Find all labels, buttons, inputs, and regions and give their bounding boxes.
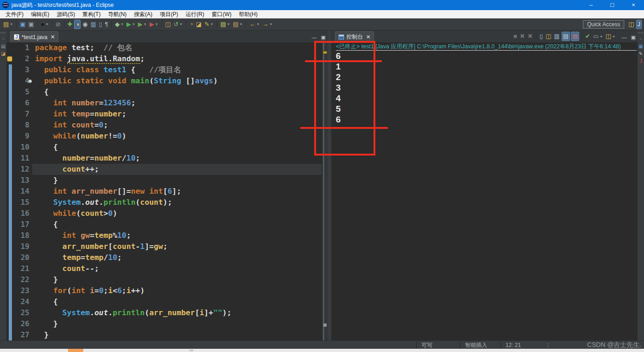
problems-icon[interactable]: J (640, 58, 642, 65)
code-line[interactable]: while(number!=0) (32, 131, 322, 142)
dropdown-arrow-icon[interactable]: ▼ (121, 23, 124, 26)
save-icon[interactable]: ▣ (19, 20, 26, 29)
dropdown-arrow-icon[interactable]: ▼ (227, 23, 230, 26)
maximize-console-icon[interactable]: ▣ (631, 34, 636, 40)
debug-icon[interactable]: ▶▼ (137, 20, 148, 29)
code-line[interactable]: package test; // 包名 (32, 42, 322, 53)
open-type-icon[interactable]: ◉ (81, 20, 88, 29)
maximize-editor-icon[interactable]: ▣ (321, 34, 326, 40)
scroll-lock-icon[interactable]: ◫ (545, 32, 552, 41)
code-line[interactable]: public static void main(String []avgs) (32, 75, 322, 87)
dropdown-arrow-icon[interactable]: ▼ (269, 23, 272, 26)
editor-body[interactable]: 1234567891011121314151617181920212223242… (6, 42, 328, 340)
menu-item[interactable]: 源码(S) (53, 10, 79, 18)
code-line[interactable]: } (32, 329, 322, 340)
code-line[interactable]: { (32, 142, 322, 153)
restore-view-icon[interactable]: ▫ (640, 36, 642, 43)
view-list-icon[interactable]: ▤ (1, 43, 5, 51)
dropdown-arrow-icon[interactable]: ▼ (10, 23, 13, 26)
code-line[interactable]: } (32, 318, 322, 329)
code-line[interactable]: } (32, 175, 322, 186)
dropdown-arrow-icon[interactable]: ▼ (144, 23, 147, 26)
type-hierarchy-icon[interactable]: ▤▼ (232, 20, 243, 29)
code-line[interactable]: } (32, 274, 322, 285)
code-line[interactable]: number=number/10; (32, 153, 322, 164)
code-line[interactable]: while(count>0) (32, 208, 322, 219)
close-tab-icon[interactable]: ✕ (51, 34, 55, 40)
menu-item[interactable]: 帮助(H) (235, 10, 261, 18)
coverage-icon[interactable]: ▶▼ (149, 20, 159, 29)
menu-item[interactable]: 项目(P) (156, 10, 182, 18)
code-line[interactable]: import java.util.Random; (32, 53, 322, 64)
console-body[interactable]: <已终止> test1 [Java 应用程序] C:\Program Files… (331, 42, 638, 340)
show-whitespace-icon[interactable]: ¶ (104, 20, 109, 29)
clear-console-icon[interactable]: ▯ (539, 32, 544, 41)
open-artifact-icon[interactable]: ◪ (195, 20, 202, 29)
annotate-icon[interactable]: ✎▼ (203, 20, 214, 29)
code-line[interactable]: { (32, 296, 322, 307)
refresh-icon[interactable]: ↺▼ (172, 20, 184, 29)
remove-launch-icon[interactable]: ✖ (519, 32, 526, 41)
dropdown-arrow-icon[interactable]: ▼ (46, 23, 49, 26)
display-selected-console-icon[interactable]: ▭▼ (592, 32, 604, 41)
code-line[interactable]: count--; (32, 263, 322, 274)
code-line[interactable]: { (32, 87, 322, 98)
scrollbar-thumb[interactable] (323, 42, 324, 340)
menu-item[interactable]: 搜索(A) (130, 10, 156, 18)
word-wrap-icon[interactable]: ▥ (553, 32, 560, 41)
search-references-icon[interactable]: ▥ (90, 20, 97, 29)
page-horizontal-scrollbar[interactable] (0, 349, 644, 352)
strip-handle[interactable]: •••• (638, 31, 644, 34)
remove-all-launches-icon[interactable]: ✖ (527, 32, 534, 41)
dropdown-arrow-icon[interactable]: ▼ (599, 35, 603, 38)
dropdown-arrow-icon[interactable]: ▼ (240, 23, 243, 26)
code-line[interactable]: int arr_number[]=new int[6]; (32, 186, 322, 197)
user-library-icon[interactable]: ●▼ (40, 20, 50, 29)
run-method-dot-icon[interactable] (29, 80, 32, 83)
back-icon[interactable]: ←▼ (248, 20, 260, 29)
code-area[interactable]: package test; // 包名import java.util.Rand… (32, 42, 322, 340)
last-edit-location-icon[interactable]: ◑ (74, 20, 80, 29)
code-line[interactable]: System.out.println(arr_number[i]+""); (32, 307, 322, 318)
package-explorer-icon[interactable]: ◪ (1, 51, 5, 58)
close-button[interactable]: × (623, 0, 644, 10)
menu-item[interactable]: 窗口(W) (208, 10, 235, 18)
code-line[interactable]: int temp=number; (32, 109, 322, 120)
dropdown-arrow-icon[interactable]: ▼ (155, 23, 158, 26)
plug-icon[interactable]: ✚ (67, 20, 74, 29)
menu-item[interactable]: 导航(N) (104, 10, 131, 18)
terminate-icon[interactable]: ■ (512, 32, 518, 41)
forward-icon[interactable]: →▼ (261, 20, 273, 29)
new-wizard-icon[interactable]: ▤▼ (2, 20, 14, 29)
open-perspective-icon[interactable]: ◫ (627, 20, 635, 29)
scrollbar-thumb[interactable] (68, 349, 83, 352)
menu-item[interactable]: 重构(T) (79, 10, 104, 18)
open-resource-icon[interactable]: ▯ (98, 20, 103, 29)
occurrence-marker[interactable] (323, 51, 327, 54)
quick-access-box[interactable]: Quick Access (583, 20, 624, 29)
code-line[interactable]: System.out.println(count); (32, 197, 322, 208)
dropdown-arrow-icon[interactable]: ▼ (179, 23, 183, 26)
java-perspective-icon[interactable]: J (636, 20, 642, 29)
dropdown-arrow-icon[interactable]: ▼ (612, 35, 615, 38)
restore-button[interactable]: □ (602, 0, 623, 10)
menu-item[interactable]: 编辑(E) (27, 10, 53, 18)
save-all-icon[interactable]: ▣ (28, 20, 35, 29)
open-task-icon[interactable]: ◔ (189, 20, 194, 29)
new-java-project-icon[interactable]: ◫ (164, 20, 172, 29)
code-line[interactable]: int gw=temp%10; (32, 230, 322, 241)
pin-console-icon[interactable]: ✔ (584, 32, 591, 41)
minimize-button[interactable]: – (581, 0, 602, 10)
run-icon[interactable]: ▶▼ (126, 20, 136, 29)
close-console-icon[interactable]: ✕ (366, 34, 370, 40)
show-on-stderr-icon[interactable]: ▤ (571, 32, 579, 41)
external-tools-icon[interactable]: ◆▼ (114, 20, 125, 29)
editor-tab-test1[interactable]: J *test1.java ✕ (10, 31, 58, 42)
menu-item[interactable]: 运行(R) (182, 10, 208, 18)
code-line[interactable]: int count=0; (32, 120, 322, 131)
console-tab[interactable]: 控制台 ✕ (335, 31, 374, 42)
dropdown-arrow-icon[interactable]: ▼ (256, 23, 259, 26)
code-line[interactable]: arr_number[count-1]=gw; (32, 241, 322, 252)
code-line[interactable]: { (32, 219, 322, 230)
code-line[interactable]: public class test1 { //项目名 (32, 64, 322, 75)
